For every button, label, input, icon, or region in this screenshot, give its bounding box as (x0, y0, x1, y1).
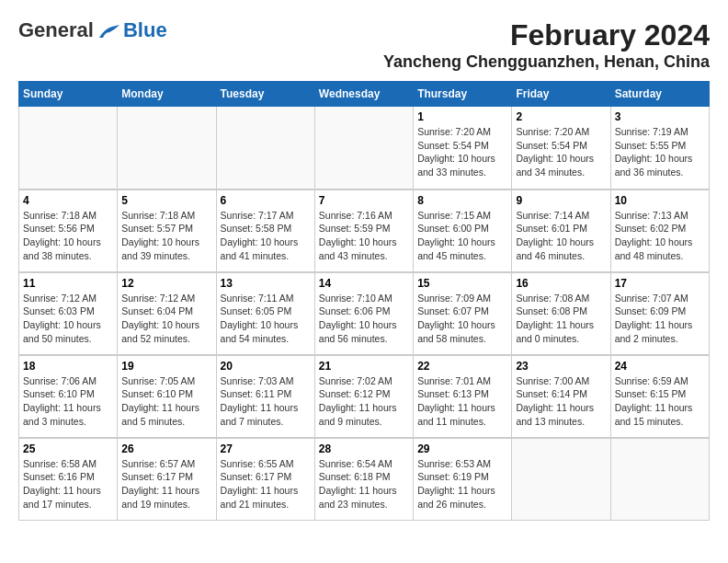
day-detail: Sunrise: 7:09 AMSunset: 6:07 PMDaylight:… (417, 292, 507, 346)
calendar-cell: 17Sunrise: 7:07 AMSunset: 6:09 PMDayligh… (610, 272, 709, 355)
day-number: 17 (615, 277, 705, 290)
calendar-cell: 15Sunrise: 7:09 AMSunset: 6:07 PMDayligh… (414, 272, 512, 355)
day-detail: Sunrise: 7:20 AMSunset: 5:54 PMDaylight:… (417, 125, 507, 179)
calendar-week-4: 18Sunrise: 7:06 AMSunset: 6:10 PMDayligh… (19, 355, 710, 438)
location-title: Yancheng Chengguanzhen, Henan, China (383, 52, 710, 72)
page-header: GeneralBlue February 2024 Yancheng Cheng… (18, 18, 710, 72)
calendar-cell: 10Sunrise: 7:13 AMSunset: 6:02 PMDayligh… (610, 190, 709, 272)
calendar-cell: 29Sunrise: 6:53 AMSunset: 6:19 PMDayligh… (414, 438, 512, 521)
day-detail: Sunrise: 7:13 AMSunset: 6:02 PMDaylight:… (615, 209, 705, 263)
day-detail: Sunrise: 7:05 AMSunset: 6:10 PMDaylight:… (121, 374, 211, 429)
calendar-cell: 19Sunrise: 7:05 AMSunset: 6:10 PMDayligh… (118, 355, 216, 438)
calendar-cell (19, 107, 118, 190)
day-detail: Sunrise: 7:02 AMSunset: 6:12 PMDaylight:… (319, 374, 409, 429)
day-number: 22 (417, 360, 507, 373)
day-detail: Sunrise: 7:19 AMSunset: 5:55 PMDaylight:… (615, 125, 705, 179)
day-number: 6 (221, 194, 311, 207)
day-detail: Sunrise: 7:12 AMSunset: 6:03 PMDaylight:… (23, 292, 113, 346)
calendar-week-1: 1Sunrise: 7:20 AMSunset: 5:54 PMDaylight… (19, 107, 710, 190)
day-detail: Sunrise: 6:53 AMSunset: 6:19 PMDaylight:… (417, 457, 507, 511)
calendar-cell (610, 438, 709, 521)
day-detail: Sunrise: 7:10 AMSunset: 6:06 PMDaylight:… (319, 292, 409, 346)
weekday-header-monday: Monday (118, 82, 216, 107)
logo-text: GeneralBlue (18, 18, 167, 42)
calendar-cell: 11Sunrise: 7:12 AMSunset: 6:03 PMDayligh… (19, 272, 118, 355)
day-detail: Sunrise: 7:15 AMSunset: 6:00 PMDaylight:… (417, 209, 507, 263)
weekday-header-friday: Friday (512, 82, 610, 107)
day-detail: Sunrise: 7:08 AMSunset: 6:08 PMDaylight:… (516, 292, 606, 346)
day-number: 18 (23, 360, 113, 373)
weekday-header-saturday: Saturday (610, 82, 709, 107)
calendar-cell: 7Sunrise: 7:16 AMSunset: 5:59 PMDaylight… (314, 190, 413, 272)
day-number: 26 (121, 442, 211, 455)
calendar-cell: 13Sunrise: 7:11 AMSunset: 6:05 PMDayligh… (216, 272, 314, 355)
day-detail: Sunrise: 7:14 AMSunset: 6:01 PMDaylight:… (516, 209, 606, 263)
calendar-cell (216, 107, 314, 190)
calendar-cell: 12Sunrise: 7:12 AMSunset: 6:04 PMDayligh… (118, 272, 216, 355)
day-number: 2 (516, 110, 606, 123)
calendar-week-5: 25Sunrise: 6:58 AMSunset: 6:16 PMDayligh… (19, 438, 710, 521)
calendar-cell: 27Sunrise: 6:55 AMSunset: 6:17 PMDayligh… (216, 438, 314, 521)
calendar-cell: 4Sunrise: 7:18 AMSunset: 5:56 PMDaylight… (19, 190, 118, 272)
bird-icon (96, 21, 121, 41)
calendar-cell (512, 438, 610, 521)
day-detail: Sunrise: 6:54 AMSunset: 6:18 PMDaylight:… (319, 457, 409, 511)
day-number: 1 (417, 110, 507, 123)
day-number: 25 (23, 442, 113, 455)
day-detail: Sunrise: 7:06 AMSunset: 6:10 PMDaylight:… (23, 374, 113, 429)
day-number: 19 (121, 360, 211, 373)
day-number: 11 (23, 277, 113, 290)
calendar-week-2: 4Sunrise: 7:18 AMSunset: 5:56 PMDaylight… (19, 190, 710, 272)
calendar-cell: 9Sunrise: 7:14 AMSunset: 6:01 PMDaylight… (512, 190, 610, 272)
calendar-table: SundayMondayTuesdayWednesdayThursdayFrid… (18, 81, 710, 521)
calendar-cell: 25Sunrise: 6:58 AMSunset: 6:16 PMDayligh… (19, 438, 118, 521)
calendar-cell (118, 107, 216, 190)
day-number: 23 (516, 360, 606, 373)
day-number: 8 (417, 194, 507, 207)
calendar-cell: 21Sunrise: 7:02 AMSunset: 6:12 PMDayligh… (314, 355, 413, 438)
day-number: 21 (319, 360, 409, 373)
weekday-header-thursday: Thursday (414, 82, 512, 107)
day-detail: Sunrise: 7:07 AMSunset: 6:09 PMDaylight:… (615, 292, 705, 346)
calendar-cell: 26Sunrise: 6:57 AMSunset: 6:17 PMDayligh… (118, 438, 216, 521)
day-detail: Sunrise: 7:16 AMSunset: 5:59 PMDaylight:… (319, 209, 409, 263)
day-number: 5 (121, 194, 211, 207)
day-detail: Sunrise: 7:18 AMSunset: 5:57 PMDaylight:… (121, 209, 211, 263)
calendar-body: 1Sunrise: 7:20 AMSunset: 5:54 PMDaylight… (19, 107, 710, 521)
calendar-cell (314, 107, 413, 190)
calendar-header: SundayMondayTuesdayWednesdayThursdayFrid… (19, 82, 710, 107)
logo: GeneralBlue (18, 18, 167, 42)
day-number: 3 (615, 110, 705, 123)
day-detail: Sunrise: 7:17 AMSunset: 5:58 PMDaylight:… (221, 209, 311, 263)
weekday-header-wednesday: Wednesday (314, 82, 413, 107)
calendar-cell: 20Sunrise: 7:03 AMSunset: 6:11 PMDayligh… (216, 355, 314, 438)
day-number: 12 (121, 277, 211, 290)
calendar-cell: 14Sunrise: 7:10 AMSunset: 6:06 PMDayligh… (314, 272, 413, 355)
day-detail: Sunrise: 7:20 AMSunset: 5:54 PMDaylight:… (516, 125, 606, 179)
calendar-cell: 1Sunrise: 7:20 AMSunset: 5:54 PMDaylight… (414, 107, 512, 190)
calendar-week-3: 11Sunrise: 7:12 AMSunset: 6:03 PMDayligh… (19, 272, 710, 355)
day-detail: Sunrise: 7:12 AMSunset: 6:04 PMDaylight:… (121, 292, 211, 346)
day-number: 29 (417, 442, 507, 455)
weekday-header-sunday: Sunday (19, 82, 118, 107)
day-number: 13 (221, 277, 311, 290)
day-detail: Sunrise: 7:00 AMSunset: 6:14 PMDaylight:… (516, 374, 606, 429)
day-detail: Sunrise: 6:57 AMSunset: 6:17 PMDaylight:… (121, 457, 211, 511)
day-detail: Sunrise: 6:59 AMSunset: 6:15 PMDaylight:… (615, 374, 705, 429)
calendar-cell: 6Sunrise: 7:17 AMSunset: 5:58 PMDaylight… (216, 190, 314, 272)
day-number: 16 (516, 277, 606, 290)
day-detail: Sunrise: 7:11 AMSunset: 6:05 PMDaylight:… (221, 292, 311, 346)
calendar-cell: 22Sunrise: 7:01 AMSunset: 6:13 PMDayligh… (414, 355, 512, 438)
day-number: 24 (615, 360, 705, 373)
calendar-cell: 8Sunrise: 7:15 AMSunset: 6:00 PMDaylight… (414, 190, 512, 272)
day-number: 7 (319, 194, 409, 207)
day-detail: Sunrise: 7:03 AMSunset: 6:11 PMDaylight:… (221, 374, 311, 429)
day-number: 28 (319, 442, 409, 455)
day-number: 4 (23, 194, 113, 207)
calendar-cell: 3Sunrise: 7:19 AMSunset: 5:55 PMDaylight… (610, 107, 709, 190)
day-number: 14 (319, 277, 409, 290)
day-number: 20 (221, 360, 311, 373)
day-detail: Sunrise: 6:55 AMSunset: 6:17 PMDaylight:… (221, 457, 311, 511)
day-detail: Sunrise: 6:58 AMSunset: 6:16 PMDaylight:… (23, 457, 113, 511)
calendar-cell: 28Sunrise: 6:54 AMSunset: 6:18 PMDayligh… (314, 438, 413, 521)
